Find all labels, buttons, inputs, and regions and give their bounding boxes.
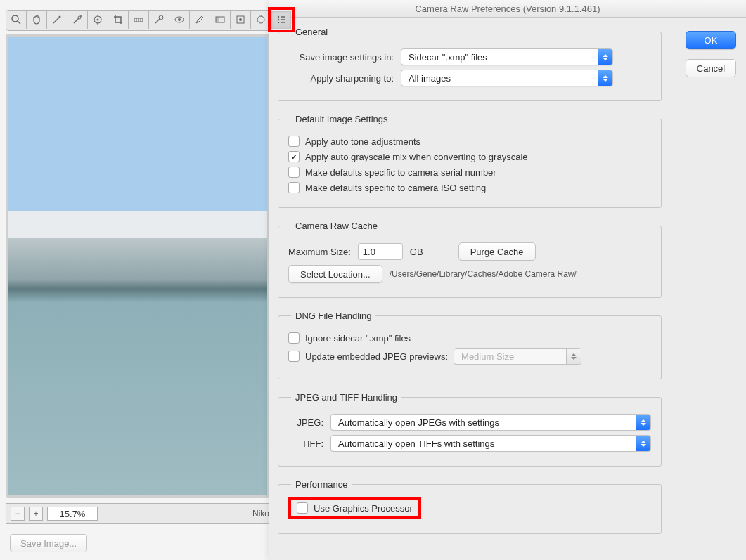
- select-location-label: Select Location...: [300, 269, 371, 280]
- svg-point-16: [159, 15, 163, 20]
- serial-label: Make defaults specific to camera serial …: [305, 167, 496, 178]
- zoom-bar: − + 15.7% Niko: [6, 503, 274, 524]
- zoom-tool[interactable]: [6, 11, 27, 29]
- graduated-filter-tool[interactable]: [210, 11, 231, 29]
- purge-cache-button[interactable]: Purge Cache: [458, 242, 536, 261]
- svg-point-6: [80, 15, 82, 17]
- image-preview[interactable]: [6, 34, 270, 498]
- max-size-unit: GB: [410, 247, 423, 257]
- dng-group: DNG File Handling Ignore sidecar ".xmp" …: [278, 311, 662, 379]
- serial-checkbox[interactable]: [288, 167, 300, 178]
- save-image-button[interactable]: Save Image...: [10, 534, 87, 552]
- update-jpeg-label: Update embedded JPEG previews:: [305, 351, 448, 362]
- crop-tool[interactable]: [108, 11, 129, 29]
- color-sampler-tool[interactable]: [67, 11, 88, 29]
- svg-point-24: [278, 16, 279, 18]
- zoom-level-value: 15.7%: [60, 509, 86, 519]
- svg-point-3: [59, 16, 61, 18]
- max-size-value: 1.0: [363, 247, 375, 257]
- jpeg-tiff-legend: JPEG and TIFF Handling: [291, 392, 401, 403]
- redeye-tool[interactable]: [169, 11, 190, 29]
- auto-tone-label: Apply auto tone adjustments: [305, 136, 420, 147]
- camera-model-label: Niko: [252, 509, 269, 519]
- svg-line-1: [18, 21, 20, 24]
- ok-button[interactable]: OK: [686, 31, 736, 49]
- radial-filter-tool[interactable]: [231, 11, 251, 29]
- zoom-out-button[interactable]: −: [11, 507, 25, 521]
- gpu-checkbox[interactable]: [297, 502, 308, 514]
- jpeg-tiff-group: JPEG and TIFF Handling JPEG: Automatical…: [278, 392, 662, 467]
- max-size-input[interactable]: 1.0: [358, 243, 403, 260]
- cache-group: Camera Raw Cache Maximum Size: 1.0 GB Pu…: [278, 221, 662, 298]
- chevron-updown-icon: [636, 436, 650, 451]
- dialog-actions: OK Cancel: [686, 31, 736, 77]
- tiff-label: TIFF:: [288, 438, 323, 449]
- hand-tool[interactable]: [27, 11, 47, 29]
- svg-point-8: [97, 19, 99, 21]
- select-location-button[interactable]: Select Location...: [288, 265, 382, 283]
- sharpening-value: All images: [401, 73, 598, 84]
- cache-legend: Camera Raw Cache: [291, 221, 382, 231]
- svg-point-28: [278, 22, 279, 23]
- svg-point-0: [12, 15, 18, 22]
- tiff-value: Automatically open TIFFs with settings: [331, 438, 636, 449]
- ok-label: OK: [705, 35, 718, 46]
- purge-cache-label: Purge Cache: [470, 247, 524, 257]
- zoom-in-button[interactable]: +: [29, 507, 43, 521]
- auto-grayscale-label: Apply auto grayscale mix when converting…: [305, 152, 528, 162]
- preferences-dialog: Camera Raw Preferences (Version 9.1.1.46…: [269, 0, 746, 560]
- ignore-xmp-checkbox[interactable]: [288, 332, 300, 344]
- sharpening-select[interactable]: All images: [401, 70, 613, 86]
- iso-checkbox[interactable]: [288, 182, 300, 193]
- ignore-xmp-label: Ignore sidecar ".xmp" files: [305, 333, 411, 344]
- auto-grayscale-checkbox[interactable]: [288, 151, 300, 162]
- cancel-label: Cancel: [697, 63, 725, 74]
- adjustment-brush-tool[interactable]: [190, 11, 210, 29]
- save-settings-label: Save image settings in:: [288, 52, 394, 63]
- cache-path: /Users/Gene/Library/Caches/Adobe Camera …: [390, 269, 577, 279]
- targeted-adjust-tool[interactable]: [88, 11, 108, 29]
- white-balance-tool[interactable]: [47, 11, 67, 29]
- general-group: General Save image settings in: Sidecar …: [278, 27, 662, 101]
- jpeg-value: Automatically open JPEGs with settings: [331, 417, 636, 428]
- save-settings-value: Sidecar ".xmp" files: [401, 52, 598, 63]
- iso-label: Make defaults specific to camera ISO set…: [305, 183, 486, 193]
- chevron-updown-icon: [598, 49, 612, 65]
- performance-legend: Performance: [291, 479, 352, 490]
- defaults-legend: Default Image Settings: [291, 114, 392, 124]
- max-size-label: Maximum Size:: [288, 247, 351, 257]
- tiff-select[interactable]: Automatically open TIFFs with settings: [330, 435, 651, 452]
- save-settings-select[interactable]: Sidecar ".xmp" files: [401, 48, 613, 65]
- gpu-highlight: Use Graphics Processor: [288, 497, 421, 519]
- auto-tone-checkbox[interactable]: [288, 136, 300, 147]
- performance-group: Performance Use Graphics Processor: [278, 479, 662, 534]
- dng-legend: DNG File Handling: [291, 311, 375, 321]
- gpu-label: Use Graphics Processor: [314, 503, 413, 514]
- chevron-updown-icon: [598, 70, 612, 86]
- spot-removal-tool[interactable]: [149, 11, 169, 29]
- svg-point-26: [278, 19, 279, 20]
- toolbar: [6, 10, 292, 31]
- chevron-updown-icon: [636, 415, 650, 430]
- cancel-button[interactable]: Cancel: [686, 59, 736, 77]
- dialog-title: Camera Raw Preferences (Version 9.1.1.46…: [269, 0, 746, 18]
- general-legend: General: [291, 27, 332, 37]
- svg-line-2: [53, 17, 60, 23]
- svg-point-23: [257, 16, 264, 23]
- dialog-title-label: Camera Raw Preferences (Version 9.1.1.46…: [415, 4, 600, 14]
- svg-rect-20: [216, 17, 219, 22]
- svg-point-22: [239, 18, 242, 21]
- preferences-tool[interactable]: [271, 11, 291, 29]
- zoom-level-dropdown[interactable]: 15.7%: [47, 507, 98, 521]
- jpeg-preview-select[interactable]: Medium Size: [454, 348, 581, 365]
- chevron-updown-icon: [566, 349, 581, 364]
- jpeg-preview-value: Medium Size: [454, 351, 566, 362]
- jpeg-select[interactable]: Automatically open JPEGs with settings: [330, 414, 651, 431]
- straighten-tool[interactable]: [129, 11, 149, 29]
- svg-point-18: [178, 18, 181, 21]
- update-jpeg-checkbox[interactable]: [288, 351, 300, 362]
- sharpening-label: Apply sharpening to:: [288, 73, 394, 84]
- jpeg-label: JPEG:: [288, 417, 323, 428]
- defaults-group: Default Image Settings Apply auto tone a…: [278, 114, 662, 208]
- save-image-label: Save Image...: [20, 538, 77, 549]
